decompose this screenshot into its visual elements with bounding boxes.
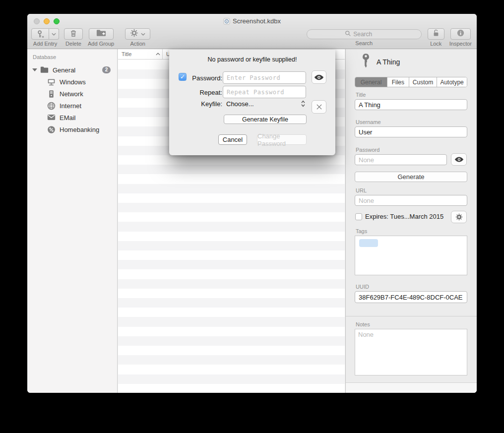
action-button[interactable] xyxy=(125,28,150,40)
title-label: Title xyxy=(356,92,366,98)
tag-token[interactable] xyxy=(359,239,378,247)
lock-group: Lock xyxy=(428,28,444,47)
reveal-password-button[interactable] xyxy=(451,153,467,166)
inspector-header: A Thing xyxy=(361,54,400,70)
sidebar: Database General 2 Windows Network xyxy=(27,49,118,393)
generate-keyfile-label: Generate Keyfile xyxy=(242,116,288,123)
add-entry-button[interactable] xyxy=(31,28,59,40)
lock-open-icon xyxy=(432,29,440,40)
column-title-label: Title xyxy=(122,51,131,57)
disclosure-triangle-icon[interactable] xyxy=(32,68,37,71)
tab-custom[interactable]: Custom xyxy=(409,77,438,87)
sidebar-item-internet[interactable]: Internet xyxy=(27,100,117,112)
tab-label: General xyxy=(361,79,382,86)
sidebar-item-label: Windows xyxy=(60,78,86,86)
entry-title: A Thing xyxy=(377,58,400,66)
app-window: Screenshot.kdbx Add Entry xyxy=(27,14,477,393)
username-label: Username xyxy=(356,119,381,125)
chevron-down-icon xyxy=(52,33,56,36)
close-x-icon xyxy=(316,104,322,110)
tags-field[interactable] xyxy=(355,236,467,275)
title-toolbar-area: Screenshot.kdbx Add Entry xyxy=(27,14,477,49)
column-header-title[interactable]: Title xyxy=(118,49,163,59)
tab-label: Files xyxy=(392,79,404,86)
generate-label: Generate xyxy=(397,173,424,181)
delete-button[interactable] xyxy=(64,28,83,40)
inspector-button[interactable] xyxy=(450,28,471,40)
sidebar-item-homebanking[interactable]: Homebanking xyxy=(27,124,117,135)
generate-password-button[interactable]: Generate xyxy=(355,172,467,182)
generate-keyfile-button[interactable]: Generate Keyfile xyxy=(224,115,307,124)
tab-autotype[interactable]: Autotype xyxy=(437,77,467,87)
envelope-icon xyxy=(47,114,56,122)
url-label: URL xyxy=(356,187,367,193)
expires-label: Expires: Tues...March 2015 xyxy=(365,213,443,220)
sidebar-item-label: Network xyxy=(60,90,83,98)
password-label: Password xyxy=(356,147,379,153)
tab-files[interactable]: Files xyxy=(387,77,409,87)
window-title-bar: Screenshot.kdbx xyxy=(27,17,477,25)
dialog-reveal-button[interactable] xyxy=(312,70,326,84)
expires-settings-button[interactable] xyxy=(451,211,467,223)
chevron-down-icon xyxy=(141,33,145,36)
change-password-button[interactable]: Change Password xyxy=(257,134,307,145)
tab-general[interactable]: General xyxy=(355,77,387,87)
url-field[interactable] xyxy=(355,195,467,206)
cancel-button[interactable]: Cancel xyxy=(218,134,247,145)
sort-ascending-icon xyxy=(156,53,160,56)
sidebar-item-general[interactable]: General 2 xyxy=(27,64,117,76)
key-plus-icon[interactable] xyxy=(31,28,49,40)
add-group-label: Add Group xyxy=(88,41,114,47)
keyfile-dropdown[interactable]: Choose... xyxy=(226,100,254,108)
document-icon xyxy=(223,18,230,25)
sidebar-item-windows[interactable]: Windows xyxy=(27,76,117,88)
action-group: Action xyxy=(125,28,150,47)
stepper-icon[interactable] xyxy=(301,100,306,110)
tab-label: Custom xyxy=(413,79,433,86)
password-dialog: No password or keyfile supplied! ✓ Passw… xyxy=(169,50,335,155)
sidebar-item-label: EMail xyxy=(60,114,76,122)
dialog-repeat-label: Repeat: xyxy=(179,89,222,96)
delete-label: Delete xyxy=(65,41,81,47)
dialog-message: No password or keyfile supplied! xyxy=(169,56,335,63)
sidebar-item-email[interactable]: EMail xyxy=(27,112,117,124)
add-entry-dropdown-arrow[interactable] xyxy=(49,28,59,40)
username-field[interactable] xyxy=(355,126,467,137)
add-group-button[interactable] xyxy=(89,28,114,40)
percent-icon xyxy=(47,125,56,134)
search-field[interactable] xyxy=(307,29,422,39)
dialog-repeat-input[interactable] xyxy=(223,86,306,98)
title-field[interactable] xyxy=(355,99,467,110)
cancel-label: Cancel xyxy=(223,136,243,143)
search-label: Search xyxy=(355,40,373,46)
tab-label: Autotype xyxy=(440,79,463,86)
add-entry-label: Add Entry xyxy=(33,41,57,47)
dialog-password-input[interactable] xyxy=(223,71,306,84)
clear-keyfile-button[interactable] xyxy=(312,100,326,114)
inspector-tabs: General Files Custom Autotype xyxy=(355,77,467,87)
inspector-group: Inspector xyxy=(449,28,472,47)
sidebar-item-network[interactable]: Network xyxy=(27,88,117,100)
password-field[interactable] xyxy=(355,154,447,165)
notes-field[interactable] xyxy=(355,329,467,375)
delete-group: Delete xyxy=(64,28,83,47)
tags-label: Tags xyxy=(356,228,367,234)
toolbar: Add Entry Delete Add Group xyxy=(27,28,477,49)
lock-button[interactable] xyxy=(428,28,444,40)
gear-icon xyxy=(455,213,463,221)
sidebar-item-label: General xyxy=(53,66,75,74)
uuid-label: UUID xyxy=(356,284,369,290)
entry-count-badge: 2 xyxy=(102,66,111,73)
expires-checkbox[interactable] xyxy=(355,213,362,220)
dialog-password-label: Password: xyxy=(179,74,222,82)
window-title: Screenshot.kdbx xyxy=(233,17,281,25)
eye-icon xyxy=(314,74,324,81)
action-label: Action xyxy=(130,41,145,47)
server-icon xyxy=(47,90,56,98)
uuid-field[interactable] xyxy=(355,291,467,303)
search-icon xyxy=(345,30,351,39)
dialog-keyfile-label: Keyfile: xyxy=(179,100,222,108)
lock-label: Lock xyxy=(430,41,441,47)
search-input[interactable] xyxy=(353,31,383,38)
windows-icon xyxy=(47,78,56,86)
